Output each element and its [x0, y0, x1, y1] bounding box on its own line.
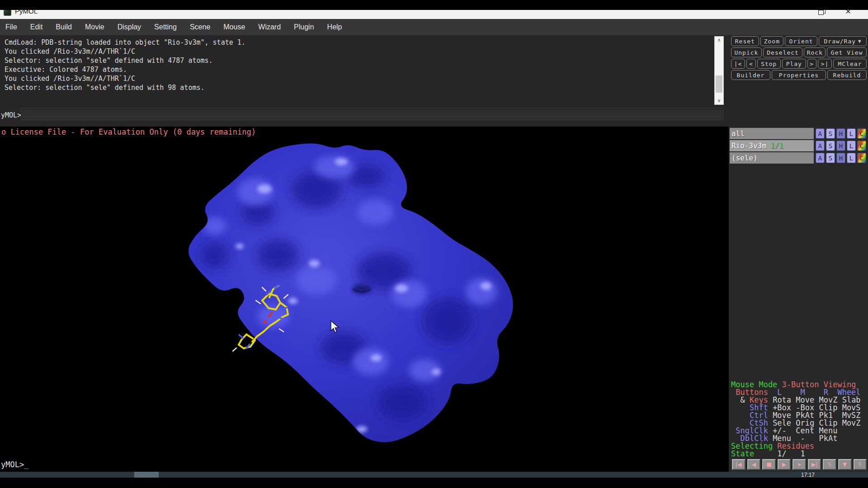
- object-name-sele[interactable]: (sele): [730, 152, 814, 164]
- restore-icon-front: [818, 10, 824, 15]
- menu-display[interactable]: Display: [118, 23, 141, 31]
- menu-file[interactable]: File: [5, 23, 17, 31]
- stop-button[interactable]: Stop: [757, 59, 781, 69]
- reset-button[interactable]: Reset: [731, 36, 759, 46]
- pymol-window: PyMOL × FileEditBuildMovieDisplaySetting…: [0, 0, 868, 488]
- window-title: PyMOL: [15, 10, 38, 15]
- bottom-scroll-strip[interactable]: 17:17: [0, 472, 868, 478]
- vcr-down-button[interactable]: ▼: [838, 459, 852, 470]
- side-panel: allASHLCRio-3v3m1/1ASHLC(sele)ASHLC Mous…: [729, 127, 868, 472]
- title-bar: PyMOL ×: [0, 0, 868, 19]
- license-banner: o License File - For Evaluation Only (0 …: [1, 127, 256, 136]
- menu-scene[interactable]: Scene: [190, 23, 210, 31]
- mouse-mode-text: State: [731, 449, 754, 458]
- panel-obj-a-button[interactable]: A: [816, 141, 825, 151]
- orient-button[interactable]: Orient: [785, 36, 817, 46]
- get-view-button[interactable]: Get View: [827, 47, 867, 57]
- panel-obj-l-button[interactable]: L: [847, 141, 856, 151]
- menu-movie[interactable]: Movie: [85, 23, 104, 31]
- first-frame-button[interactable]: |<: [731, 59, 745, 69]
- console-line: You clicked /Rio-3v3m//A/THR`1/C: [5, 74, 245, 83]
- scroll-down-icon[interactable]: ∨: [715, 98, 723, 104]
- scroll-strip-thumb[interactable]: [134, 472, 159, 478]
- title-bar-surface[interactable]: PyMOL ×: [0, 10, 868, 19]
- builder-button[interactable]: Builder: [731, 70, 770, 80]
- menu-setting[interactable]: Setting: [154, 23, 177, 31]
- panel-all-s-button[interactable]: S: [826, 128, 835, 139]
- close-window-button[interactable]: ×: [845, 10, 851, 16]
- vcr-step-back-button[interactable]: ◀: [747, 459, 761, 470]
- last-frame-button[interactable]: >|: [818, 59, 832, 69]
- play-button[interactable]: Play: [782, 59, 806, 69]
- console-line: Executive: Colored 4787 atoms.: [5, 65, 245, 74]
- draw-ray-button[interactable]: Draw/Ray▼: [819, 36, 867, 46]
- viewport-prompt: yMOL>_: [1, 460, 28, 469]
- vcr-controls: |◀◀■▶➤▶|S▼F: [732, 459, 867, 470]
- panel-obj-c-button[interactable]: C: [857, 141, 866, 151]
- menu-wizard[interactable]: Wizard: [258, 23, 281, 31]
- vcr-skip-end-button[interactable]: ▶|: [808, 459, 821, 470]
- dropdown-arrow-icon: ▼: [858, 38, 862, 44]
- rock-button[interactable]: Rock: [804, 47, 826, 57]
- scrollbar-thumb[interactable]: [716, 75, 722, 93]
- next-frame-button[interactable]: >: [807, 59, 816, 69]
- object-name-all[interactable]: all: [730, 128, 814, 139]
- console-line: You clicked /Rio-3v3m//A/THR`1/C: [5, 47, 245, 56]
- panel-obj-s-button[interactable]: S: [826, 141, 835, 151]
- console-line: Selector: selection "sele" defined with …: [5, 56, 245, 65]
- vcr-stop-button[interactable]: ■: [762, 459, 776, 470]
- object-row-obj: Rio-3v3m1/1ASHLC: [730, 140, 867, 151]
- mouse-mode-text: 1/ 1: [754, 449, 805, 458]
- console-scrollbar[interactable]: ∧ ∨: [714, 36, 724, 105]
- console-line: Selector: selection "sele" defined with …: [5, 83, 245, 92]
- zoom-button[interactable]: Zoom: [760, 36, 783, 46]
- letterbox: [0, 478, 868, 488]
- scroll-up-icon[interactable]: ∧: [715, 37, 723, 43]
- menu-plugin[interactable]: Plugin: [294, 23, 314, 31]
- object-name-obj[interactable]: Rio-3v3m1/1: [730, 140, 814, 151]
- menu-mouse[interactable]: Mouse: [223, 23, 245, 31]
- object-label: all: [731, 129, 745, 138]
- panel-all-h-button[interactable]: H: [836, 128, 845, 139]
- mouse-cursor: [329, 320, 341, 334]
- rebuild-button[interactable]: Rebuild: [827, 70, 867, 80]
- object-row-all: allASHLC: [730, 128, 867, 139]
- panel-all-a-button[interactable]: A: [816, 128, 825, 139]
- unpick-button[interactable]: Unpick: [731, 47, 762, 57]
- control-button-panel: ResetZoomOrientDraw/Ray▼UnpickDeselectRo…: [731, 36, 867, 81]
- 3d-viewport[interactable]: o License File - For Evaluation Only (0 …: [0, 127, 729, 472]
- panel-sele-h-button[interactable]: H: [836, 153, 845, 163]
- menu-bar: FileEditBuildMovieDisplaySettingSceneMou…: [0, 19, 868, 35]
- console-panel: CmdLoad: PDB-string loaded into object "…: [0, 35, 868, 127]
- vcr-play-button[interactable]: ▶: [778, 459, 791, 470]
- panel-sele-l-button[interactable]: L: [847, 153, 856, 163]
- mouse-mode-panel: Mouse Mode 3-Button Viewing Buttons L M …: [731, 381, 867, 458]
- vcr-skip-start-button[interactable]: |◀: [732, 459, 745, 470]
- menu-build[interactable]: Build: [56, 23, 72, 31]
- command-input[interactable]: [21, 108, 723, 120]
- menu-help[interactable]: Help: [327, 23, 342, 31]
- panel-all-c-button[interactable]: C: [857, 128, 866, 139]
- vcr-s-button[interactable]: S: [823, 459, 836, 470]
- menu-edit[interactable]: Edit: [30, 23, 43, 31]
- panel-all-l-button[interactable]: L: [847, 128, 856, 139]
- restore-window-button[interactable]: [816, 10, 826, 16]
- mclear-button[interactable]: MClear: [833, 59, 867, 69]
- command-prompt-label: yMOL>: [1, 111, 21, 119]
- taskbar-clock: 17:17: [801, 472, 815, 478]
- object-list: allASHLCRio-3v3m1/1ASHLC(sele)ASHLC: [730, 128, 867, 164]
- prev-frame-button[interactable]: <: [746, 59, 755, 69]
- vcr-f-button[interactable]: F: [854, 459, 867, 470]
- mouse-mode-line: State 1/ 1: [731, 450, 867, 458]
- console-line: CmdLoad: PDB-string loaded into object "…: [5, 38, 245, 47]
- console-output: CmdLoad: PDB-string loaded into object "…: [5, 38, 245, 92]
- object-row-sele: (sele)ASHLC: [730, 152, 867, 164]
- deselect-button[interactable]: Deselect: [763, 47, 803, 57]
- object-label: Rio-3v3m: [731, 141, 766, 150]
- panel-sele-a-button[interactable]: A: [816, 153, 825, 163]
- panel-sele-c-button[interactable]: C: [857, 153, 866, 163]
- panel-obj-h-button[interactable]: H: [836, 141, 845, 151]
- vcr-step-forward-button[interactable]: ➤: [793, 459, 806, 470]
- properties-button[interactable]: Properties: [772, 70, 826, 80]
- panel-sele-s-button[interactable]: S: [826, 153, 835, 163]
